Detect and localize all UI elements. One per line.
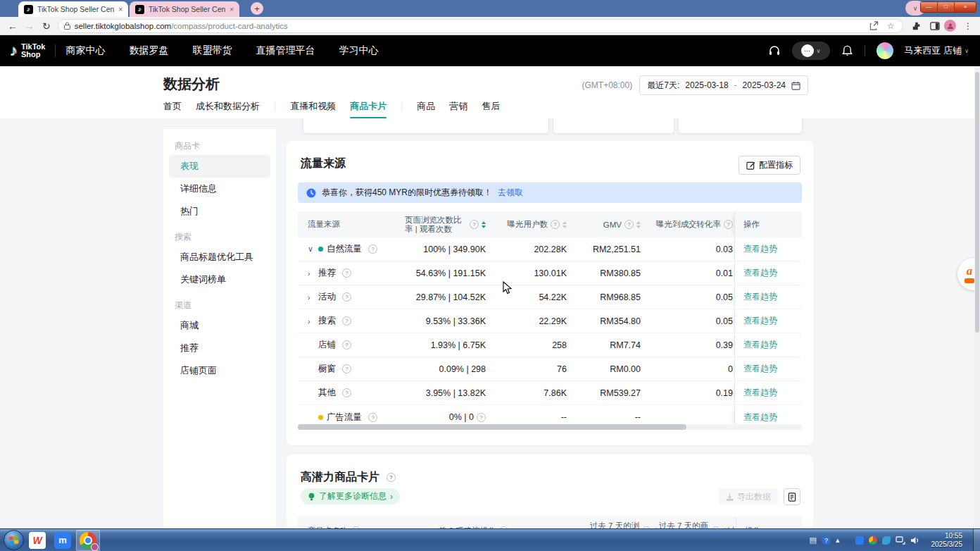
share-icon[interactable] (867, 21, 880, 30)
info-icon[interactable]: ? (470, 220, 479, 229)
view-trend-link[interactable]: 查看趋势 (743, 243, 777, 255)
side-panel-icon[interactable] (930, 21, 940, 31)
browser-menu-icon[interactable]: ⋮ (962, 21, 974, 31)
tab-close-icon[interactable]: × (118, 6, 122, 13)
col-views-7d[interactable]: 过去 7 天的浏览人数 ? (583, 516, 658, 528)
info-icon[interactable]: ? (368, 413, 377, 422)
tray-defender-icon[interactable] (855, 536, 864, 545)
tray-chrome-icon[interactable] (869, 536, 877, 545)
view-trend-link[interactable]: 查看趋势 (743, 267, 777, 279)
info-icon[interactable]: ? (387, 473, 396, 482)
show-desktop-button[interactable] (973, 529, 980, 551)
address-bar[interactable]: seller.tiktokglobalshop.com/compass/prod… (58, 19, 903, 33)
bookmark-star-icon[interactable]: ☆ (884, 21, 897, 31)
expand-caret-icon[interactable]: › (308, 269, 315, 278)
sidebar-item-关键词榜单[interactable]: 关键词榜单 (169, 268, 270, 291)
date-range-picker[interactable]: 最近7天: 2025-03-18 - 2025-03-24 (639, 75, 808, 95)
tab-close-icon[interactable]: × (230, 6, 234, 13)
configure-metrics-button[interactable]: 配置指标 (739, 156, 800, 175)
info-icon[interactable]: ? (342, 340, 351, 349)
nav-item[interactable]: 商家中心 (65, 44, 105, 57)
claim-coupon-link[interactable]: 去领取 (498, 187, 523, 199)
nav-item[interactable]: 联盟带货 (192, 44, 232, 57)
expand-caret-icon[interactable]: ∨ (308, 244, 315, 254)
notification-bell-icon[interactable] (841, 44, 853, 57)
page-scrollbar[interactable] (974, 66, 980, 528)
extensions-puzzle-icon[interactable] (912, 21, 922, 31)
nav-item[interactable]: 数据罗盘 (129, 44, 168, 57)
tab-直播和视频[interactable]: 直播和视频 (290, 100, 336, 119)
sidebar-item-表现[interactable]: 表现 (169, 155, 270, 178)
view-trend-link[interactable]: 查看趋势 (743, 387, 777, 399)
taskbar-clock[interactable]: 10:55 2025/3/25 (931, 532, 963, 549)
info-icon[interactable]: ? (342, 268, 351, 278)
messages-button[interactable]: ⋯ ∨ (792, 42, 830, 60)
tab-成长和数据分析[interactable]: 成长和数据分析 (196, 100, 260, 119)
sidebar-item-商城[interactable]: 商城 (169, 314, 270, 337)
info-icon[interactable]: ? (342, 388, 351, 397)
horizontal-scrollbar[interactable] (298, 424, 802, 430)
tray-expand-icon[interactable]: ▴ (836, 535, 840, 545)
tab-商品卡片[interactable]: 商品卡片 (350, 100, 387, 119)
back-button[interactable]: ← (4, 20, 21, 32)
nav-item[interactable]: 学习中心 (339, 44, 378, 57)
forward-button[interactable]: → (21, 20, 38, 32)
taskbar-wps-icon[interactable]: W (25, 530, 49, 551)
info-icon[interactable]: ? (624, 220, 634, 229)
info-icon[interactable]: ? (342, 292, 351, 302)
taskbar-chrome-icon[interactable] (76, 530, 100, 551)
sidebar-item-商品标题优化工具[interactable]: 商品标题优化工具 (169, 246, 270, 268)
browser-profile-avatar[interactable] (944, 20, 956, 32)
refresh-button[interactable]: ↻ (38, 20, 55, 32)
scrollbar-thumb[interactable] (298, 424, 686, 430)
info-icon[interactable]: ? (551, 220, 560, 229)
tray-window-icon[interactable]: ▤ (810, 535, 817, 545)
view-trend-link[interactable]: 查看趋势 (743, 411, 777, 423)
new-tab-button[interactable]: + (251, 2, 263, 15)
sidebar-item-店铺页面[interactable]: 店铺页面 (169, 359, 270, 382)
view-trend-link[interactable]: 查看趋势 (743, 339, 777, 351)
tiktok-shop-logo[interactable]: ♪ TikTokShop (10, 42, 45, 60)
tray-cloud-icon[interactable] (882, 536, 891, 545)
tray-help-icon[interactable]: ? (822, 535, 831, 545)
sidebar-item-推荐[interactable]: 推荐 (169, 337, 270, 359)
view-trend-link[interactable]: 查看趋势 (743, 315, 777, 327)
scrollbar-thumb[interactable] (975, 72, 979, 333)
view-trend-link[interactable]: 查看趋势 (743, 291, 777, 303)
export-data-button[interactable]: 导出数据 (719, 488, 778, 505)
report-button[interactable] (784, 488, 800, 505)
browser-tab-1[interactable]: ♪ TikTok Shop Seller Center | Cr × (18, 1, 128, 17)
col-users[interactable]: 曝光用户数 ? (486, 211, 567, 237)
tab-首页[interactable]: 首页 (163, 100, 182, 119)
browser-tab-2[interactable]: ♪ TikTok Shop Seller Center | Cr × (130, 1, 239, 17)
maximize-button[interactable]: □ (938, 2, 955, 12)
info-icon[interactable]: ? (368, 244, 377, 254)
taskbar-mail-icon[interactable]: m (51, 530, 75, 551)
tray-volume-icon[interactable] (910, 536, 919, 545)
tab-商品[interactable]: 商品 (417, 100, 435, 119)
tray-network-icon[interactable] (896, 536, 905, 545)
nav-item[interactable]: 直播管理平台 (256, 44, 315, 57)
col-ratio[interactable]: 页面浏览次数比率 | 观看次数 ? (403, 211, 486, 237)
store-avatar[interactable] (877, 42, 893, 59)
lock-icon (64, 22, 70, 30)
tab-售后[interactable]: 售后 (482, 100, 500, 119)
store-switcher[interactable]: 马来西亚 店铺 ∨ (905, 44, 969, 57)
sidebar-item-详细信息[interactable]: 详细信息 (169, 178, 270, 200)
start-button[interactable] (4, 530, 24, 550)
col-gmv[interactable]: GMV ? (567, 211, 641, 237)
info-icon[interactable]: ? (724, 220, 733, 229)
sidebar-item-热门[interactable]: 热门 (169, 200, 270, 223)
headset-icon[interactable] (768, 44, 781, 57)
close-button[interactable]: × (955, 2, 976, 12)
info-icon[interactable]: ? (477, 413, 486, 422)
expand-caret-icon[interactable]: › (308, 317, 315, 326)
info-icon[interactable]: ? (342, 364, 351, 373)
tab-营销[interactable]: 营销 (449, 100, 467, 119)
expand-caret-icon[interactable]: › (308, 293, 315, 302)
minimize-button[interactable]: — (921, 2, 938, 12)
info-icon[interactable]: ? (342, 316, 351, 326)
view-trend-link[interactable]: 查看趋势 (743, 363, 777, 375)
diagnosis-link[interactable]: 了解更多诊断信息 › (301, 488, 400, 504)
col-gmv-7d[interactable]: 过去 7 天的商品交易总额 ? (658, 516, 727, 528)
